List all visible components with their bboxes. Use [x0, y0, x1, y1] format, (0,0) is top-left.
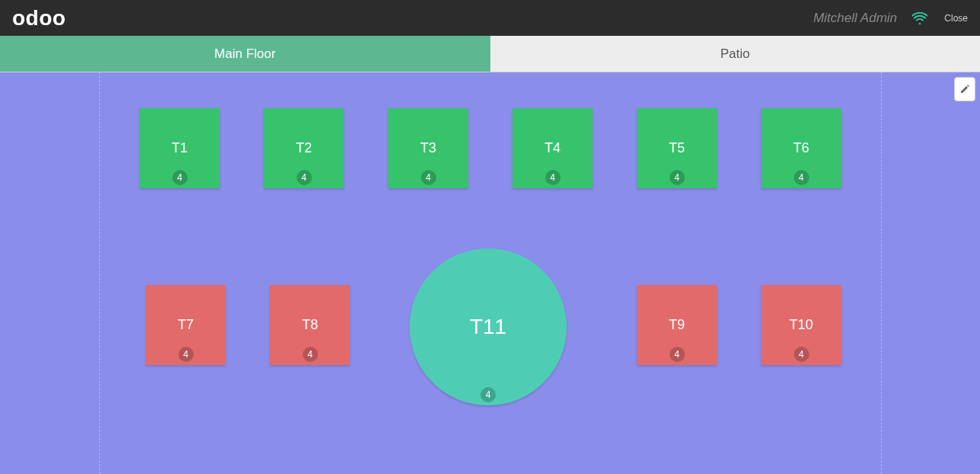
- table-t7[interactable]: T74: [146, 285, 226, 365]
- seat-count-badge: 4: [303, 347, 318, 362]
- seat-count-badge: 4: [297, 170, 312, 185]
- table-label: T4: [545, 140, 561, 156]
- seat-count-badge: 4: [172, 170, 188, 185]
- username-label[interactable]: Mitchell Admin: [813, 11, 897, 26]
- pencil-icon: [959, 84, 970, 94]
- table-t1[interactable]: T14: [140, 108, 220, 188]
- app-header: odoo Mitchell Admin Close: [0, 0, 980, 36]
- table-label: T1: [172, 140, 188, 156]
- grid-line: [881, 72, 882, 474]
- seat-count-badge: 4: [670, 170, 685, 185]
- table-t9[interactable]: T94: [637, 285, 717, 365]
- seat-count-badge: 4: [178, 347, 194, 362]
- floor-tab-patio[interactable]: Patio: [490, 36, 981, 72]
- seat-count-badge: 4: [670, 347, 685, 362]
- table-label: T9: [669, 317, 685, 333]
- seat-count-badge: 4: [480, 387, 496, 402]
- table-t3[interactable]: T34: [388, 108, 468, 188]
- table-t11[interactable]: T114: [410, 248, 567, 405]
- table-label: T8: [302, 317, 318, 333]
- table-label: T5: [669, 140, 685, 156]
- table-t10[interactable]: T104: [761, 285, 841, 365]
- seat-count-badge: 4: [794, 347, 809, 362]
- edit-floor-button[interactable]: [954, 77, 975, 101]
- table-t6[interactable]: T64: [761, 108, 841, 188]
- logo: odoo: [12, 6, 66, 30]
- floor-tab-main-floor[interactable]: Main Floor: [0, 36, 490, 72]
- table-t8[interactable]: T84: [270, 285, 350, 365]
- table-t4[interactable]: T44: [512, 108, 593, 188]
- seat-count-badge: 4: [794, 170, 809, 185]
- seat-count-badge: 4: [421, 170, 436, 185]
- grid-line: [99, 72, 100, 474]
- wifi-icon: [912, 12, 927, 24]
- floor-plan-canvas: T14T24T34T44T54T64T74T84T114T94T104: [0, 72, 980, 474]
- seat-count-badge: 4: [545, 170, 561, 185]
- close-button[interactable]: Close: [944, 13, 968, 24]
- table-label: T2: [296, 140, 312, 156]
- table-t2[interactable]: T24: [264, 108, 344, 188]
- table-t5[interactable]: T54: [637, 108, 717, 188]
- table-label: T11: [470, 315, 506, 339]
- table-label: T7: [178, 317, 194, 333]
- floor-tabs: Main Floor Patio: [0, 36, 980, 72]
- table-label: T6: [793, 140, 809, 156]
- logo-text: odoo: [12, 6, 66, 30]
- table-label: T3: [420, 140, 436, 156]
- table-label: T10: [789, 317, 813, 333]
